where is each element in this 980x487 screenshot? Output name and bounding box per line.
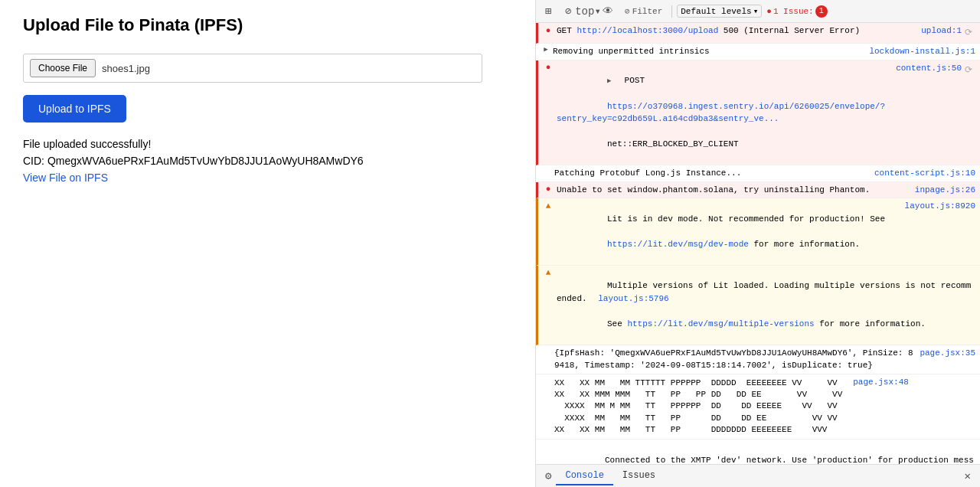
reload-icon[interactable]: ⟳	[962, 25, 975, 41]
log-row: {IpfsHash: 'QmegxWVA6uePRxF1AuMd5TvUwYbD…	[536, 345, 980, 374]
log-source[interactable]: page.jsx:35	[920, 347, 975, 360]
top-dropdown[interactable]: top ▾	[580, 4, 596, 19]
log-content: Lit is in dev mode. Not recommended for …	[557, 200, 899, 263]
levels-dropdown[interactable]: Default levels ▾	[677, 5, 762, 18]
log-content: Multiple versions of Lit loaded. Loading…	[557, 267, 975, 343]
log-link[interactable]: http://localhost:3000/upload	[577, 26, 718, 35]
issue-error-icon: ●	[766, 7, 772, 16]
separator	[671, 5, 672, 18]
view-file-link[interactable]: View File on IPFS	[23, 172, 108, 184]
file-name-display: shoes1.jpg	[102, 63, 150, 74]
log-row: ▶ Removing unpermitted intrinsics lockdo…	[536, 44, 980, 60]
log-source[interactable]: layout.js:8920	[905, 200, 975, 213]
xmtp-ascii-art: XX XX MM MM TTTTTT PPPPPP DDDDD EEEEEEEE…	[536, 376, 847, 438]
log-row: ● GET http://localhost:3000/upload 500 (…	[536, 23, 980, 44]
tab-issues[interactable]: Issues	[613, 467, 665, 485]
spacer-icon	[541, 168, 551, 178]
left-panel: Upload File to Pinata (IPFS) Choose File…	[0, 0, 536, 487]
lit-multi-link[interactable]: https://lit.dev/msg/multiple-versions	[627, 319, 814, 328]
page-title: Upload File to Pinata (IPFS)	[23, 15, 512, 35]
warning-icon: ▲	[543, 268, 554, 279]
console-content: ● GET http://localhost:3000/upload 500 (…	[536, 23, 980, 464]
log-row: ▲ Lit is in dev mode. Not recommended fo…	[536, 198, 980, 266]
file-input-row: Choose File shoes1.jpg	[23, 54, 482, 83]
log-content: Patching Protobuf Long.js Instance...	[554, 167, 868, 180]
log-source[interactable]: content-script.js:10	[874, 167, 975, 180]
devtools-tabs: ⚙ Console Issues ✕	[536, 464, 980, 487]
reload-icon[interactable]: ⟳	[962, 62, 975, 79]
filter-icon: ⊘	[625, 6, 630, 16]
log-source[interactable]: lockdown-install.js:1	[869, 45, 975, 58]
log-source[interactable]: upload:1	[921, 25, 962, 38]
spacer-icon	[541, 442, 551, 453]
error-icon: ●	[543, 25, 554, 36]
xmtp-art-row: XX XX MM MM TTTTTT PPPPPP DDDDD EEEEEEEE…	[536, 374, 980, 440]
log-content: Connected to the XMTP 'dev' network. Use…	[554, 456, 974, 464]
cid-text: CID: QmegxWVA6uePRxF1AuMd5TvUwYbD8JJU1Ao…	[23, 155, 512, 167]
log-content: {IpfsHash: 'QmegxWVA6uePRxF1AuMd5TvUwYbD…	[554, 347, 913, 372]
lit-dev-link[interactable]: https://lit.dev/msg/dev-mode	[607, 240, 749, 249]
devtools-toolbar: ⊞ ⊘ top ▾ 👁 ⊘ Filter Default levels ▾ ● …	[536, 0, 980, 23]
chevron-down-icon: ▾	[753, 6, 759, 16]
warning-icon: ▲	[543, 201, 554, 211]
log-source[interactable]: content.js:50	[896, 62, 962, 75]
error-icon: ●	[543, 185, 554, 195]
error-icon: ●	[543, 63, 554, 74]
xmtp-source[interactable]: page.jsx:48	[853, 378, 909, 387]
issue-count-icon: 1	[815, 5, 828, 18]
close-icon[interactable]: ✕	[960, 468, 975, 484]
layout-source[interactable]: layout.js:5796	[598, 294, 668, 303]
eye-icon[interactable]: 👁	[600, 4, 616, 19]
log-source[interactable]: inpage.js:26	[915, 184, 975, 197]
expand-arrow[interactable]: ▶	[541, 45, 551, 56]
log-content: ▶ POST https://o370968.ingest.sentry.io/…	[557, 62, 890, 164]
log-row: ▲ Multiple versions of Lit loaded. Loadi…	[536, 266, 980, 345]
log-row: ● ▶ POST https://o370968.ingest.sentry.i…	[536, 60, 980, 166]
log-row: Connected to the XMTP 'dev' network. Use…	[536, 440, 980, 464]
top-label: top	[575, 5, 594, 18]
devtools-panel: ⊞ ⊘ top ▾ 👁 ⊘ Filter Default levels ▾ ● …	[536, 0, 980, 487]
upload-button[interactable]: Upload to IPFS	[23, 95, 126, 123]
sentry-link[interactable]: https://o370968.ingest.sentry.io/api/626…	[557, 102, 885, 124]
log-row: ● Unable to set window.phantom.solana, t…	[536, 182, 980, 199]
issue-badge: ● 1 Issue: 1	[766, 5, 827, 18]
filter-button[interactable]: ⊘ Filter	[620, 5, 667, 18]
tab-console[interactable]: Console	[556, 467, 612, 485]
success-message: File uploaded successfully!	[23, 138, 512, 150]
log-content: Unable to set window.phantom.solana, try…	[557, 184, 909, 197]
log-content: GET http://localhost:3000/upload 500 (In…	[557, 25, 915, 38]
log-row: Patching Protobuf Long.js Instance... co…	[536, 165, 980, 182]
spacer-icon	[541, 348, 551, 358]
log-content: Removing unpermitted intrinsics	[553, 45, 863, 58]
table-icon[interactable]: ⊞	[541, 4, 556, 19]
stop-icon[interactable]: ⊘	[560, 4, 576, 19]
expand-arrow[interactable]: ▶	[607, 77, 618, 87]
choose-file-button[interactable]: Choose File	[30, 59, 96, 77]
settings-icon[interactable]: ⚙	[541, 468, 556, 484]
